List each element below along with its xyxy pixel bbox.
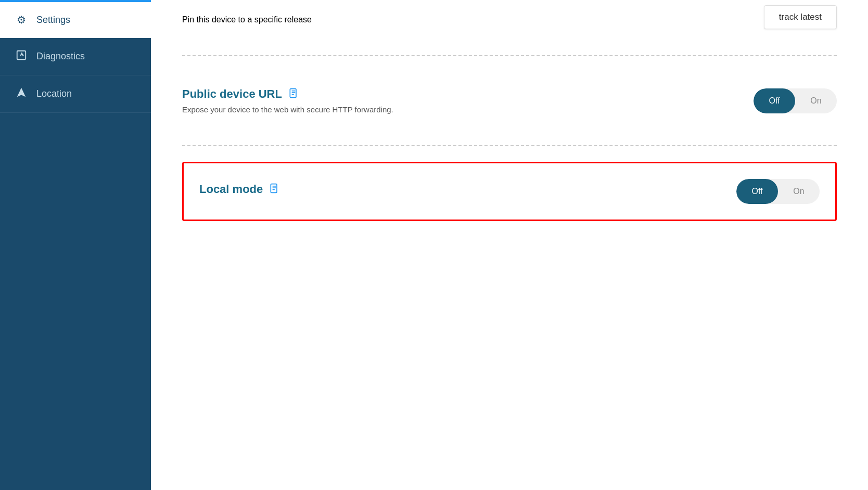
sidebar-item-diagnostics[interactable]: Diagnostics: [0, 38, 151, 75]
public-url-off-button[interactable]: Off: [754, 88, 795, 113]
sidebar: ⚙ Settings Diagnostics Location: [0, 0, 151, 490]
public-url-on-button[interactable]: On: [795, 88, 837, 113]
local-mode-title: Local mode: [199, 183, 736, 196]
local-mode-toggle: Off On: [736, 179, 820, 204]
public-device-url-description: Expose your device to the web with secur…: [182, 105, 754, 114]
public-device-url-section: Public device URL Expose your device to …: [151, 72, 868, 130]
divider-1: [182, 55, 837, 56]
diagnostics-icon: [15, 49, 28, 63]
public-device-url-text: Public device URL Expose your device to …: [182, 87, 754, 114]
track-latest-badge: track latest: [764, 5, 837, 29]
sidebar-item-settings[interactable]: ⚙ Settings: [0, 2, 151, 38]
public-url-doc-icon[interactable]: [288, 88, 299, 101]
settings-icon: ⚙: [15, 14, 28, 26]
divider-2: [182, 145, 837, 146]
local-mode-off-button[interactable]: Off: [736, 179, 778, 204]
local-mode-text: Local mode: [199, 183, 736, 200]
release-section: Pin this device to a specific release tr…: [151, 0, 868, 40]
local-mode-doc-icon[interactable]: [269, 183, 279, 196]
sidebar-item-location-label: Location: [36, 88, 72, 99]
location-icon: [15, 87, 28, 101]
sidebar-item-diagnostics-label: Diagnostics: [36, 51, 85, 62]
main-content: Pin this device to a specific release tr…: [151, 0, 868, 490]
sidebar-item-settings-label: Settings: [36, 15, 70, 25]
sidebar-item-location[interactable]: Location: [0, 75, 151, 113]
public-device-url-title: Public device URL: [182, 87, 754, 101]
pin-text: Pin this device to a specific release: [182, 10, 764, 24]
local-mode-section: Local mode Off On: [182, 162, 837, 221]
local-mode-on-button[interactable]: On: [778, 179, 820, 204]
public-url-toggle: Off On: [754, 88, 837, 113]
